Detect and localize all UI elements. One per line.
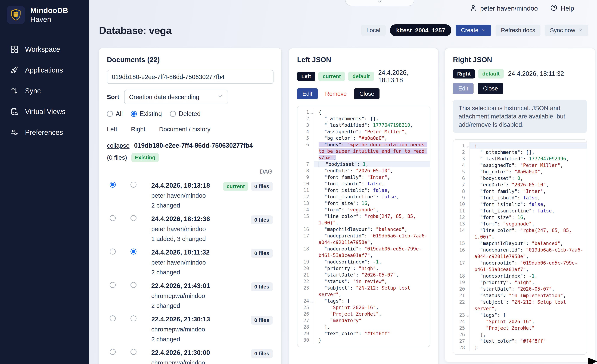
right-select-radio[interactable]	[131, 282, 136, 288]
code-text[interactable]: "font_size": 16,	[314, 200, 430, 207]
remove-button[interactable]: Remove	[322, 88, 350, 99]
code-text[interactable]: "assignedTo": "Peter Miller",	[470, 162, 587, 169]
left-select-radio[interactable]	[110, 215, 116, 221]
code-text[interactable]: "text_color": "#f4f8ff"	[470, 338, 587, 344]
code-text[interactable]: "font_isitalic": false,	[470, 201, 587, 208]
code-text[interactable]: "startDate": "2026-05-07",	[314, 271, 430, 278]
edit-button[interactable]: Edit	[453, 83, 473, 94]
code-text[interactable]: "Sprint 2026-16",	[470, 318, 587, 325]
documents-filter-input[interactable]	[107, 70, 274, 84]
code-text[interactable]: "status": "in implementation",	[470, 292, 587, 299]
left-select-radio[interactable]	[110, 182, 116, 188]
code-text[interactable]: "nodesortindex": -1,	[314, 259, 430, 265]
code-text[interactable]: "endDate": "2026-05-10",	[314, 167, 430, 174]
left-json-editor[interactable]: 1{2 "_attachments": [],3 "_lastModified"…	[297, 106, 430, 347]
code-text[interactable]: "Sprint 2026-16",	[314, 304, 430, 311]
code-text[interactable]: "bg_color": "#a0a0a0",	[470, 169, 587, 175]
code-text[interactable]: "subject": "ZN-212: Setup test server",	[470, 299, 587, 312]
code-text[interactable]: "_lastModified": 1777047092996,	[470, 155, 587, 162]
code-text[interactable]: }	[470, 344, 587, 351]
code-text[interactable]: "Project ZeroNet"	[470, 325, 587, 331]
right-select-radio[interactable]	[131, 315, 136, 321]
code-text[interactable]: "endDate": "2026-05-10",	[470, 181, 587, 188]
code-text[interactable]: "font_isbold": false,	[314, 180, 430, 187]
revision-row[interactable]: 22.4.2026, 21:30:13chromepwa/mindoo2 cha…	[107, 314, 274, 343]
code-text[interactable]: "font_isbold": false,	[470, 194, 587, 201]
sync-now-button[interactable]: Sync now	[545, 25, 588, 36]
code-text[interactable]: {	[314, 109, 430, 115]
kltest-2004-1257-button[interactable]: kltest_2004_1257	[390, 24, 452, 36]
code-text[interactable]: "nodesortindex": -1,	[470, 273, 587, 279]
revision-row[interactable]: 24.4.2026, 18:12:36peter haven/mindoo1 a…	[107, 214, 274, 243]
code-text[interactable]: "nodeparentid": "019db6a6-c1cb-7aa6-a044…	[314, 232, 430, 246]
code-text[interactable]: ],	[314, 324, 430, 330]
filter-deleted[interactable]: Deleted	[170, 110, 201, 117]
revision-row[interactable]: 24.4.2026, 18:13:18peter haven/mindoo2 c…	[107, 180, 274, 209]
revision-row[interactable]: 22.4.2026, 21:43:01chromepwa/mindoo2 cha…	[107, 281, 274, 310]
code-text[interactable]: ],	[470, 331, 587, 338]
sort-select[interactable]: Creation date descending	[124, 90, 228, 104]
code-text[interactable]: "status": "in review",	[314, 278, 430, 285]
code-text[interactable]: "font_family": "Inter",	[470, 188, 587, 194]
help-button[interactable]: Help	[550, 4, 574, 13]
radio-deleted[interactable]	[170, 111, 176, 117]
code-text[interactable]: "line_color": "rgba(247, 85, 85, 1.00)",	[470, 227, 587, 240]
close-button[interactable]: Close	[478, 83, 503, 94]
code-text[interactable]: "tags": [	[314, 298, 430, 304]
code-text[interactable]: "font_size": 16,	[470, 214, 587, 221]
code-text[interactable]: "_attachments": [],	[314, 115, 430, 122]
code-text[interactable]: "subject": "ZN-212: Setup test server",	[314, 285, 430, 298]
code-text[interactable]: "text_color": "#f4f8ff"	[314, 330, 430, 337]
code-text[interactable]: "assignedTo": "Peter Miller",	[314, 128, 430, 135]
right-select-radio[interactable]	[131, 248, 136, 255]
sidebar-item-virtual-views[interactable]: Virtual Views	[0, 103, 89, 120]
revision-row[interactable]: 22.4.2026, 21:30:00chromepwa/mindoo3 cha…	[107, 348, 274, 364]
right-select-radio[interactable]	[131, 215, 136, 221]
code-text[interactable]: "Project ZeroNet",	[314, 311, 430, 317]
code-text[interactable]: "priority": "high",	[314, 265, 430, 271]
code-text[interactable]: }	[314, 337, 430, 343]
code-text[interactable]: "font_isitalic": false,	[314, 187, 430, 194]
refresh-docs-button[interactable]: Refresh docs	[495, 25, 540, 36]
left-select-radio[interactable]	[110, 349, 116, 355]
code-text[interactable]: "_attachments": [],	[470, 149, 587, 155]
right-json-editor[interactable]: 1{2 "_attachments": [],3 "_lastModified"…	[453, 139, 587, 355]
code-text[interactable]: "tags": [	[470, 312, 587, 318]
revision-row[interactable]: 24.4.2026, 18:11:32peter haven/mindoo2 c…	[107, 247, 274, 276]
code-text[interactable]: "noderootid": "019dab06-ed5c-799e-b461-5…	[470, 260, 587, 273]
filter-existing[interactable]: Existing	[131, 110, 162, 117]
left-select-radio[interactable]	[110, 248, 116, 255]
code-text[interactable]: "form": "veganode",	[314, 207, 430, 213]
edit-button[interactable]: Edit	[297, 88, 318, 99]
code-text[interactable]: "bodyisset": 1,	[314, 161, 430, 167]
code-text[interactable]: "font_family": "Inter",	[314, 174, 430, 180]
code-text[interactable]: "form": "veganode",	[470, 221, 587, 227]
sidebar-item-applications[interactable]: Applications	[0, 62, 89, 78]
user-menu[interactable]: peter haven/mindoo	[470, 4, 538, 13]
code-text[interactable]: "font_isunterline": false,	[470, 208, 587, 214]
code-text[interactable]: "mandatory"	[314, 317, 430, 324]
code-text[interactable]: "body": "<p>The documentation needs to b…	[314, 141, 430, 161]
code-text[interactable]: "bg_color": "#a0a0a0",	[314, 135, 430, 141]
right-select-radio[interactable]	[131, 349, 136, 355]
collapse-link[interactable]: collapse	[107, 142, 129, 149]
filter-all[interactable]: All	[107, 110, 123, 117]
code-text[interactable]: "font_isunterline": false,	[314, 194, 430, 200]
sidebar-item-preferences[interactable]: Preferences	[0, 124, 89, 141]
code-text[interactable]: "nodeparentid": "019db6a6-c1cb-7aa6-a044…	[470, 247, 587, 260]
code-text[interactable]: "priority": "high",	[470, 279, 587, 286]
radio-all[interactable]	[107, 111, 113, 117]
close-button[interactable]: Close	[354, 88, 379, 99]
create-button[interactable]: Create	[456, 25, 491, 36]
left-select-radio[interactable]	[110, 282, 116, 288]
code-text[interactable]: "startDate": "2026-05-07",	[470, 286, 587, 292]
code-text[interactable]: "mapchildlayout": "balanced",	[314, 226, 430, 232]
local-button[interactable]: Local	[361, 25, 386, 36]
right-select-radio[interactable]	[131, 182, 136, 188]
sidebar-item-sync[interactable]: Sync	[0, 82, 89, 99]
left-select-radio[interactable]	[110, 315, 116, 321]
code-text[interactable]: "line_color": "rgba(247, 85, 85, 1.00)",	[314, 213, 430, 226]
code-text[interactable]: "noderootid": "019dab06-ed5c-799e-b461-5…	[314, 246, 430, 259]
sidebar-item-workspace[interactable]: Workspace	[0, 41, 89, 58]
code-text[interactable]: {	[470, 142, 587, 149]
